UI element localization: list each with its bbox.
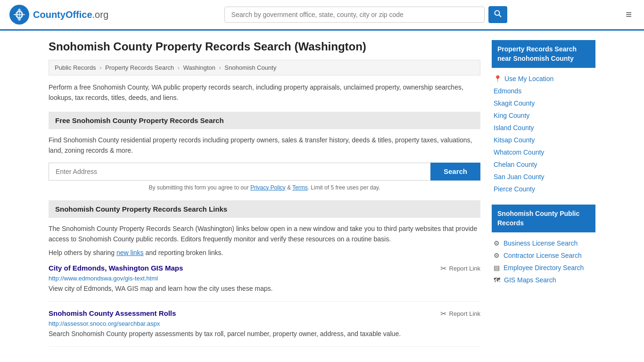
gear-icon: ⚙ [494, 239, 500, 247]
link-url: http://www.edmondswa.gov/gis-text.html [49, 275, 480, 282]
sidebar-link-edmonds[interactable]: Edmonds [494, 87, 521, 95]
sidebar-item-employee-directory: ▤ Employee Directory Search [492, 262, 595, 274]
sidebar-item-pierce: Pierce County [492, 183, 595, 195]
links-section-header: Snohomish County Property Records Search… [49, 200, 480, 218]
logo-text: CountyOffice.org [33, 9, 108, 20]
report-link-button[interactable]: ✂ Report Link [440, 309, 480, 318]
link-title-edmonds-gis[interactable]: City of Edmonds, Washington GIS Maps [49, 264, 183, 272]
link-url: http://assessor.snoco.org/searchbar.aspx [49, 320, 480, 327]
sidebar-item-king: King County [492, 109, 595, 122]
page-description: Perform a free Snohomish County, WA publ… [49, 82, 480, 103]
link-title-assessment-rolls[interactable]: Snohomish County Assessment Rolls [49, 309, 176, 317]
report-link-label: Report Link [449, 265, 480, 272]
sidebar-link-employee-directory[interactable]: Employee Directory Search [504, 264, 584, 272]
link-item: Snohomish County Assessment Rolls ✂ Repo… [49, 309, 480, 347]
sidebar-link-contractor-license[interactable]: Contractor License Search [504, 252, 582, 259]
sidebar: Property Records Search near Snohomish C… [492, 40, 595, 356]
sidebar-item-kitsap: Kitsap County [492, 134, 595, 146]
svg-point-5 [495, 11, 499, 16]
link-item-header: Snohomish County Assessment Rolls ✂ Repo… [49, 309, 480, 318]
terms-link[interactable]: Terms [292, 184, 308, 191]
report-link-button[interactable]: ✂ Report Link [440, 264, 480, 273]
sidebar-link-business-license[interactable]: Business License Search [504, 239, 578, 247]
sidebar-item-sanjuan: San Juan County [492, 171, 595, 183]
breadcrumb-property-records[interactable]: Property Records Search [105, 64, 174, 71]
logo-icon [9, 5, 29, 25]
sidebar-use-location: 📍 Use My Location [492, 73, 595, 85]
use-my-location-link[interactable]: Use My Location [504, 75, 553, 82]
link-description: View city of Edmonds, WA GIS map and lea… [49, 284, 480, 294]
sidebar-item-contractor-license: ⚙ Contractor License Search [492, 249, 595, 262]
sidebar-link-pierce[interactable]: Pierce County [494, 185, 535, 193]
sidebar-nearby-title: Property Records Search near Snohomish C… [492, 40, 595, 68]
menu-icon[interactable]: ≡ [623, 6, 635, 24]
sidebar-link-kitsap[interactable]: Kitsap County [494, 136, 535, 144]
map-icon: 🗺 [494, 276, 500, 284]
sidebar-item-business-license: ⚙ Business License Search [492, 237, 595, 249]
sidebar-nearby-list: 📍 Use My Location Edmonds Skagit County … [492, 73, 595, 195]
gear-icon: ⚙ [494, 252, 500, 259]
sidebar-item-skagit: Skagit County [492, 97, 595, 109]
sidebar-item-chelan: Chelan County [492, 158, 595, 171]
content-area: Snohomish County Property Records Search… [49, 40, 480, 356]
site-header: CountyOffice.org ≡ [0, 0, 644, 31]
header-search-area [224, 6, 507, 23]
sidebar-item-gis-maps: 🗺 GIS Maps Search [492, 274, 595, 286]
sidebar-public-list: ⚙ Business License Search ⚙ Contractor L… [492, 237, 595, 286]
form-disclaimer: By submitting this form you agree to our… [49, 184, 480, 191]
main-container: Snohomish County Property Records Search… [39, 31, 605, 362]
sidebar-public-title: Snohomish County Public Records [492, 205, 595, 232]
breadcrumb-washington[interactable]: Washington [183, 64, 215, 71]
sidebar-link-gis-maps[interactable]: GIS Maps Search [504, 276, 556, 284]
breadcrumb-public-records[interactable]: Public Records [55, 64, 96, 71]
directory-icon: ▤ [494, 264, 500, 272]
search-button[interactable]: Search [430, 163, 480, 181]
header-search-button[interactable] [488, 6, 507, 23]
link-item: City of Edmonds, Washington GIS Maps ✂ R… [49, 264, 480, 302]
sidebar-item-island: Island County [492, 122, 595, 134]
sidebar-link-whatcom[interactable]: Whatcom County [494, 148, 544, 156]
page-title: Snohomish County Property Records Search… [49, 40, 480, 53]
report-icon: ✂ [440, 264, 446, 273]
location-pin-icon: 📍 [494, 75, 502, 82]
address-input[interactable] [49, 163, 430, 181]
breadcrumb: Public Records › Property Records Search… [49, 60, 480, 75]
links-section: Snohomish County Property Records Search… [49, 200, 480, 347]
free-search-header: Free Snohomish County Property Records S… [49, 112, 480, 129]
report-link-label: Report Link [449, 310, 480, 317]
breadcrumb-snohomish[interactable]: Snohomish County [224, 64, 276, 71]
svg-line-6 [499, 15, 501, 17]
new-links-link[interactable]: new links [116, 249, 144, 256]
sidebar-item-edmonds: Edmonds [492, 85, 595, 97]
sidebar-link-skagit[interactable]: Skagit County [494, 99, 535, 107]
sidebar-public-section: Snohomish County Public Records ⚙ Busine… [492, 205, 595, 286]
header-search-input[interactable] [224, 7, 485, 23]
links-description: The Snohomish County Property Records Se… [49, 223, 480, 245]
privacy-policy-link[interactable]: Privacy Policy [250, 184, 286, 191]
sidebar-link-sanjuan[interactable]: San Juan County [494, 173, 544, 181]
sidebar-link-chelan[interactable]: Chelan County [494, 161, 537, 168]
address-form: Search [49, 163, 480, 181]
link-item-title: City of Edmonds, Washington GIS Maps [49, 264, 183, 272]
logo-area: CountyOffice.org [9, 5, 108, 25]
link-description: Search Snohomish County property assessm… [49, 329, 480, 339]
link-item-header: City of Edmonds, Washington GIS Maps ✂ R… [49, 264, 480, 273]
sidebar-nearby-section: Property Records Search near Snohomish C… [492, 40, 595, 195]
sidebar-link-king[interactable]: King County [494, 112, 529, 119]
sidebar-item-whatcom: Whatcom County [492, 146, 595, 158]
report-icon: ✂ [440, 309, 446, 318]
link-item-title: Snohomish County Assessment Rolls [49, 309, 176, 317]
new-links-text: Help others by sharing new links and rep… [49, 249, 480, 256]
sidebar-link-island[interactable]: Island County [494, 124, 534, 132]
free-search-description: Find Snohomish County residential proper… [49, 135, 480, 156]
free-search-section: Free Snohomish County Property Records S… [49, 112, 480, 191]
